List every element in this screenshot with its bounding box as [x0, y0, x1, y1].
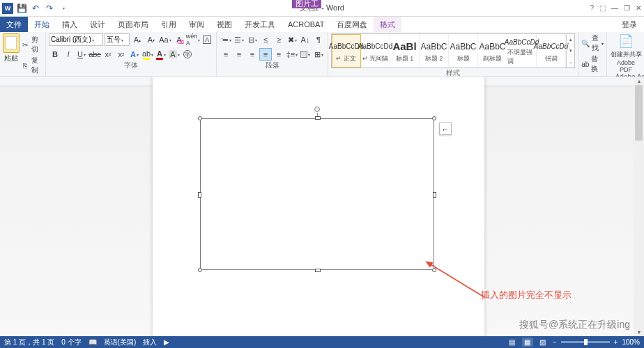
style-subtle-emphasis[interactable]: AaBbCcDd不明显强调: [507, 34, 537, 68]
find-button[interactable]: 🔍查找 ▾: [581, 33, 604, 53]
ribbon-display-icon[interactable]: ⬚: [599, 4, 606, 12]
highlight-button[interactable]: ab: [141, 48, 154, 61]
help-icon[interactable]: ?: [590, 4, 594, 12]
paste-button[interactable]: 粘贴: [3, 33, 20, 63]
shading-button[interactable]: [299, 48, 312, 61]
resize-handle-w[interactable]: [198, 192, 201, 198]
copy-button[interactable]: ⎘复制: [22, 56, 43, 75]
distribute-button[interactable]: ≡: [273, 48, 285, 61]
italic-button[interactable]: I: [62, 48, 75, 61]
word-app-icon[interactable]: W: [1, 2, 14, 15]
tab-developer[interactable]: 开发工具: [238, 17, 282, 32]
text-effects-button[interactable]: A: [128, 48, 141, 61]
multilevel-list-button[interactable]: ⊟: [246, 33, 259, 46]
tab-design[interactable]: 设计: [84, 17, 112, 32]
gallery-more[interactable]: ▴▾⌄: [566, 34, 574, 68]
tab-view[interactable]: 视图: [210, 17, 238, 32]
scroll-down-icon[interactable]: ▾: [634, 328, 644, 336]
font-family-select[interactable]: Calibri (西文): [49, 33, 103, 46]
phonetic-guide-button[interactable]: wénA: [187, 33, 199, 46]
align-justify-button[interactable]: ≡: [259, 48, 272, 61]
redo-icon[interactable]: ↷: [43, 2, 56, 15]
char-shading-button[interactable]: A: [168, 48, 181, 61]
bullets-button[interactable]: ≔: [220, 33, 232, 46]
enclose-char-button[interactable]: 字: [181, 48, 194, 61]
style-subtitle[interactable]: AaBbC副标题: [478, 34, 507, 68]
undo-icon[interactable]: ↶: [29, 2, 42, 15]
tab-acrobat[interactable]: ACROBAT: [282, 17, 330, 32]
zoom-slider[interactable]: [561, 341, 610, 343]
tab-baidu[interactable]: 百度网盘: [330, 17, 374, 32]
spell-check-icon[interactable]: 📖: [89, 338, 97, 346]
scroll-thumb[interactable]: [635, 85, 643, 141]
resize-handle-n[interactable]: [315, 116, 321, 120]
styles-gallery[interactable]: AaBbCcDd↵ 正文 AaBbCcDd↵ 无间隔 AaBl标题 1 AaBb…: [331, 33, 575, 68]
tab-home[interactable]: 开始: [28, 17, 56, 32]
print-layout-button[interactable]: ▦: [522, 338, 533, 347]
minimize-button[interactable]: —: [611, 4, 618, 12]
tab-file[interactable]: 文件: [0, 17, 28, 32]
rotate-handle[interactable]: [314, 106, 320, 112]
tab-insert[interactable]: 插入: [56, 17, 84, 32]
increase-indent-button[interactable]: ≥: [273, 33, 285, 46]
font-size-select[interactable]: 五号: [105, 33, 130, 46]
macro-icon[interactable]: ▶: [164, 338, 169, 346]
tab-picture-format[interactable]: 格式: [374, 17, 401, 32]
asian-layout-button[interactable]: ✖: [286, 33, 298, 46]
qat-customize-icon[interactable]: [57, 2, 70, 15]
style-emphasis[interactable]: AaBbCcDd强调: [537, 34, 566, 68]
underline-button[interactable]: U: [75, 48, 88, 61]
tab-references[interactable]: 引用: [155, 17, 183, 32]
close-button[interactable]: ✕: [636, 4, 641, 12]
gallery-up-icon[interactable]: ▴: [567, 34, 574, 45]
style-heading1[interactable]: AaBl标题 1: [390, 34, 420, 68]
tab-review[interactable]: 审阅: [183, 17, 210, 32]
scroll-up-icon[interactable]: ▴: [634, 77, 644, 85]
grow-font-button[interactable]: A▴: [131, 33, 144, 46]
gallery-expand-icon[interactable]: ⌄: [567, 56, 574, 68]
align-right-button[interactable]: ≡: [246, 48, 259, 61]
decrease-indent-button[interactable]: ≤: [259, 33, 272, 46]
restore-button[interactable]: ❐: [624, 4, 630, 12]
font-color-button[interactable]: A: [155, 48, 167, 61]
read-mode-button[interactable]: ▤: [507, 338, 518, 347]
insert-mode[interactable]: 插入: [143, 338, 157, 347]
save-icon[interactable]: 💾: [15, 2, 28, 15]
gallery-down-icon[interactable]: ▾: [567, 45, 574, 56]
numbering-button[interactable]: ☰: [233, 33, 245, 46]
borders-button[interactable]: ⊞: [312, 48, 325, 61]
replace-button[interactable]: ab替换: [581, 54, 604, 74]
page-indicator[interactable]: 第 1 页，共 1 页: [4, 338, 54, 347]
char-border-button[interactable]: A: [201, 33, 213, 46]
language-indicator[interactable]: 英语(美国): [104, 338, 137, 347]
zoom-level[interactable]: 100%: [622, 338, 640, 346]
subscript-button[interactable]: x2: [102, 48, 114, 61]
zoom-out-button[interactable]: −: [553, 338, 557, 346]
bold-button[interactable]: B: [49, 48, 61, 61]
vertical-scrollbar[interactable]: ▴ ▾: [634, 77, 644, 336]
layout-options-button[interactable]: ⌐: [439, 122, 452, 135]
align-left-button[interactable]: ≡: [220, 48, 232, 61]
tab-layout[interactable]: 页面布局: [112, 17, 155, 32]
style-heading2[interactable]: AaBbC标题 2: [420, 34, 449, 68]
show-marks-button[interactable]: ¶: [312, 33, 325, 46]
document-area[interactable]: ⌐ 插入的图片完全不显示: [0, 77, 644, 336]
web-layout-button[interactable]: ▧: [537, 338, 549, 347]
sort-button[interactable]: A↓: [299, 33, 312, 46]
resize-handle-e[interactable]: [433, 192, 436, 198]
create-pdf-button[interactable]: 📄创建并共享 Adobe PDF: [610, 33, 642, 73]
clear-format-button[interactable]: A⌫: [173, 33, 185, 46]
cut-button[interactable]: ✂剪切: [22, 35, 43, 54]
change-case-button[interactable]: Aa: [159, 33, 171, 46]
inserted-picture[interactable]: ⌐: [200, 118, 434, 270]
style-title[interactable]: AaBbC标题: [449, 34, 478, 68]
resize-handle-ne[interactable]: [432, 116, 436, 120]
sign-in-link[interactable]: 登录: [615, 17, 644, 32]
resize-handle-nw[interactable]: [198, 116, 202, 120]
superscript-button[interactable]: x2: [115, 48, 128, 61]
zoom-in-button[interactable]: +: [614, 338, 618, 346]
resize-handle-s[interactable]: [315, 269, 321, 272]
style-normal[interactable]: AaBbCcDd↵ 正文: [332, 34, 361, 68]
word-count[interactable]: 0 个字: [61, 338, 81, 347]
style-nospacing[interactable]: AaBbCcDd↵ 无间隔: [361, 34, 390, 68]
